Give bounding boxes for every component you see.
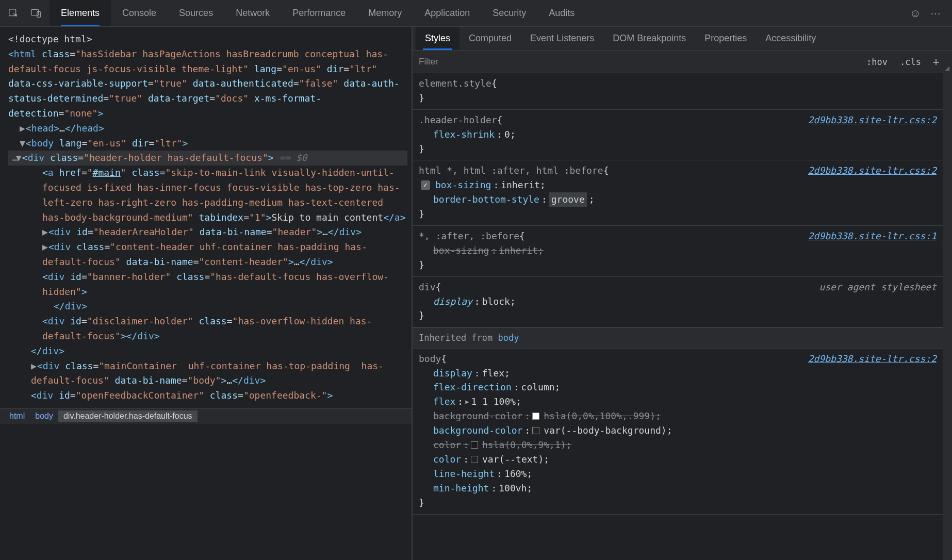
content-area: <!doctype html><html class="hasSidebar h… (0, 27, 952, 560)
style-rule[interactable]: element.style {} (413, 73, 943, 110)
source-link[interactable]: 2d9bb338.site-ltr.css:2 (808, 113, 937, 127)
styles-body: element.style {}.header-holder {2d9bb338… (413, 73, 952, 560)
sub-tab-properties[interactable]: Properties (695, 27, 756, 50)
styles-filter-row: :hov .cls ＋ ◢ (413, 51, 952, 73)
sub-tab-styles[interactable]: Styles (416, 27, 459, 50)
scrollbar[interactable] (943, 73, 952, 560)
devtools-topbar: ElementsConsoleSourcesNetworkPerformance… (0, 0, 952, 27)
main-tab-application[interactable]: Application (413, 0, 481, 26)
main-tab-sources[interactable]: Sources (168, 0, 224, 26)
dom-tree-wrap: <!doctype html><html class="hasSidebar h… (0, 27, 412, 408)
source-link[interactable]: 2d9bb338.site-ltr.css:1 (808, 229, 937, 243)
inherited-bar: Inherited from body (413, 327, 943, 348)
source-link[interactable]: 2d9bb338.site-ltr.css:2 (808, 352, 937, 366)
style-rule[interactable]: .header-holder {2d9bb338.site-ltr.css:2f… (413, 110, 943, 161)
color-swatch[interactable] (471, 441, 478, 449)
topbar-left (0, 4, 50, 23)
new-style-rule-button[interactable]: ＋ (927, 54, 945, 70)
styles-filter-input[interactable] (413, 51, 860, 73)
sub-tab-event-listeners[interactable]: Event Listeners (521, 27, 603, 50)
style-rule[interactable]: body {2d9bb338.site-ltr.css:2display: fl… (413, 349, 943, 515)
dom-tree[interactable]: <!doctype html><html class="hasSidebar h… (0, 27, 412, 408)
color-swatch[interactable] (471, 456, 478, 463)
styles-panel: StylesComputedEvent ListenersDOM Breakpo… (413, 27, 952, 560)
color-swatch[interactable] (532, 413, 539, 420)
hov-toggle[interactable]: :hov (860, 57, 894, 67)
style-rule[interactable]: *, :after, :before {2d9bb338.site-ltr.cs… (413, 226, 943, 277)
property-checkbox[interactable]: ✓ (421, 180, 430, 190)
breadcrumb-bar: htmlbodydiv.header-holder.has-default-fo… (0, 408, 412, 424)
style-rules-list[interactable]: element.style {}.header-holder {2d9bb338… (413, 73, 943, 560)
topbar-right: ☺ ⋯ (910, 7, 952, 20)
feedback-icon[interactable]: ☺ (910, 7, 921, 20)
more-menu-icon[interactable]: ⋯ (930, 7, 942, 20)
main-tab-elements[interactable]: Elements (50, 0, 111, 26)
breadcrumb-item[interactable]: html (4, 410, 30, 422)
sub-tab-dom-breakpoints[interactable]: DOM Breakpoints (603, 27, 695, 50)
inspect-element-icon[interactable] (4, 4, 23, 23)
main-tab-memory[interactable]: Memory (357, 0, 413, 26)
sub-tab-accessibility[interactable]: Accessibility (756, 27, 825, 50)
svg-rect-1 (31, 9, 39, 15)
main-tab-security[interactable]: Security (481, 0, 537, 26)
style-rule[interactable]: html *, html :after, html :before {2d9bb… (413, 160, 943, 226)
breadcrumb-item[interactable]: body (30, 410, 58, 422)
styles-sub-tabs: StylesComputedEvent ListenersDOM Breakpo… (413, 27, 952, 51)
color-swatch[interactable] (532, 427, 539, 434)
main-tab-performance[interactable]: Performance (281, 0, 357, 26)
source-link[interactable]: 2d9bb338.site-ltr.css:2 (808, 163, 937, 178)
resize-corner-icon: ◢ (945, 64, 952, 73)
main-tab-network[interactable]: Network (224, 0, 281, 26)
main-tabs: ElementsConsoleSourcesNetworkPerformance… (50, 0, 586, 26)
main-tab-console[interactable]: Console (111, 0, 168, 26)
cls-toggle[interactable]: .cls (894, 57, 927, 67)
device-toolbar-icon[interactable] (27, 4, 45, 23)
breadcrumb-item[interactable]: div.header-holder.has-default-focus (58, 410, 198, 422)
elements-panel: <!doctype html><html class="hasSidebar h… (0, 27, 413, 560)
sub-tab-computed[interactable]: Computed (459, 27, 521, 50)
style-rule[interactable]: div {user agent stylesheetdisplay: block… (413, 277, 943, 328)
main-tab-audits[interactable]: Audits (537, 0, 586, 26)
